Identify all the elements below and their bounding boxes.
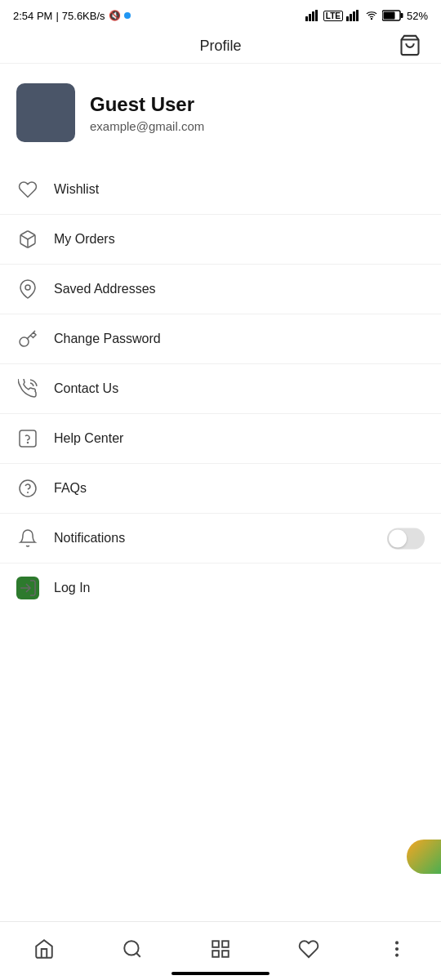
cart-button[interactable]	[395, 30, 425, 62]
nav-home-button[interactable]	[20, 935, 68, 963]
svg-rect-11	[383, 12, 394, 20]
home-indicator	[172, 972, 270, 975]
password-icon-container	[16, 327, 39, 350]
home-nav-icon	[33, 938, 55, 960]
menu-item-wishlist[interactable]: Wishlist	[0, 165, 441, 215]
svg-point-26	[396, 942, 398, 943]
svg-rect-22	[212, 941, 219, 947]
profile-info: Guest User example@gmail.com	[90, 93, 204, 133]
lte-icon: LTE	[323, 11, 343, 21]
svg-rect-1	[309, 14, 311, 21]
login-label: Log In	[54, 581, 90, 595]
contact-us-label: Contact Us	[54, 381, 118, 396]
svg-point-28	[396, 954, 398, 956]
page-title: Profile	[199, 38, 241, 55]
wifi-icon	[364, 10, 379, 21]
menu-item-login[interactable]: Log In	[0, 564, 441, 612]
bell-icon	[18, 528, 38, 548]
status-dot	[124, 12, 131, 19]
status-left: 2:54 PM | 75.6KB/s 🔇	[13, 10, 131, 22]
svg-point-17	[20, 480, 36, 497]
nav-categories-button[interactable]	[197, 935, 244, 963]
svg-rect-23	[222, 941, 229, 947]
profile-email: example@gmail.com	[90, 119, 204, 133]
box-icon	[18, 229, 38, 249]
menu-item-faqs[interactable]: FAQs	[0, 464, 441, 514]
svg-rect-0	[305, 16, 308, 21]
battery-percent: 52%	[407, 10, 428, 22]
wishlist-icon-container	[16, 178, 39, 201]
status-network: |	[56, 10, 58, 22]
wishlist-label: Wishlist	[54, 182, 99, 197]
nav-search-button[interactable]	[109, 935, 156, 963]
svg-point-14	[25, 285, 30, 290]
app-header: Profile	[0, 29, 441, 64]
phone-icon	[18, 379, 38, 399]
svg-point-16	[28, 443, 29, 443]
status-speed: 75.6KB/s	[62, 10, 105, 22]
key-icon	[18, 329, 38, 349]
grid-nav-icon	[210, 938, 231, 960]
nav-wishlist-button[interactable]	[285, 935, 332, 963]
menu-item-help-center[interactable]: Help Center	[0, 414, 441, 464]
battery-icon	[382, 10, 403, 21]
nav-more-button[interactable]	[373, 935, 421, 963]
svg-rect-5	[350, 14, 352, 21]
saved-addresses-label: Saved Addresses	[54, 282, 156, 296]
profile-section: Guest User example@gmail.com	[0, 64, 441, 165]
contact-icon-container	[16, 377, 39, 400]
menu-item-saved-addresses[interactable]: Saved Addresses	[0, 265, 441, 314]
help-icon	[18, 429, 38, 448]
notifications-toggle-container	[387, 528, 425, 550]
notif-icon-container	[16, 527, 39, 550]
login-icon	[18, 578, 38, 598]
menu-item-contact-us[interactable]: Contact Us	[0, 364, 441, 414]
menu-item-change-password[interactable]: Change Password	[0, 314, 441, 364]
status-bar: 2:54 PM | 75.6KB/s 🔇 LTE	[0, 0, 441, 29]
my-orders-label: My Orders	[54, 232, 115, 247]
status-right: LTE 52%	[305, 10, 428, 22]
svg-rect-6	[353, 11, 355, 21]
svg-rect-3	[315, 10, 318, 21]
bottom-nav	[0, 921, 441, 980]
signal-icon	[305, 10, 320, 21]
notifications-label: Notifications	[54, 531, 125, 546]
svg-rect-4	[346, 16, 349, 21]
cart-icon	[399, 33, 421, 56]
heart-nav-icon	[298, 938, 319, 960]
svg-line-21	[136, 953, 140, 957]
faqs-label: FAQs	[54, 481, 87, 496]
mute-icon: 🔇	[109, 10, 121, 21]
faq-icon-container	[16, 477, 39, 500]
menu-item-notifications[interactable]: Notifications	[0, 514, 441, 564]
svg-rect-7	[356, 10, 359, 21]
svg-point-27	[396, 947, 398, 949]
help-icon-container	[16, 427, 39, 450]
svg-rect-15	[20, 430, 36, 447]
location-icon	[18, 279, 38, 299]
menu-list: Wishlist My Orders Saved Addresses	[0, 165, 441, 612]
login-icon-box	[16, 577, 39, 599]
profile-name: Guest User	[90, 93, 204, 116]
change-password-label: Change Password	[54, 332, 161, 346]
help-center-label: Help Center	[54, 431, 123, 446]
svg-point-8	[371, 19, 372, 20]
signal2-icon	[346, 10, 361, 21]
search-nav-icon	[122, 938, 143, 960]
heart-icon	[18, 180, 38, 199]
login-icon-container	[16, 577, 39, 599]
svg-rect-10	[400, 13, 403, 18]
floating-widget[interactable]	[407, 840, 441, 874]
orders-icon-container	[16, 228, 39, 251]
status-time: 2:54 PM	[13, 10, 52, 22]
svg-rect-2	[312, 11, 314, 21]
faq-icon	[18, 479, 38, 498]
svg-point-20	[124, 941, 138, 955]
address-icon-container	[16, 278, 39, 301]
notifications-toggle[interactable]	[387, 528, 425, 550]
menu-item-my-orders[interactable]: My Orders	[0, 215, 441, 265]
svg-rect-25	[212, 951, 219, 957]
svg-rect-24	[222, 951, 229, 957]
more-nav-icon	[386, 938, 408, 960]
avatar	[16, 83, 75, 142]
